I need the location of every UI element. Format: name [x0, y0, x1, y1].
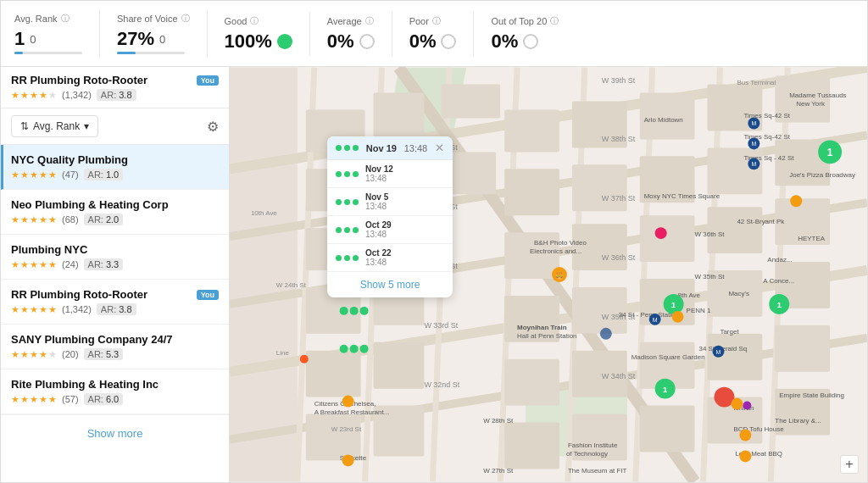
sov-info-icon[interactable]: ⓘ	[181, 13, 190, 25]
metrics-bar: Avg. Rank ⓘ 1 0 Share of Voice ⓘ 27% 0	[1, 1, 867, 67]
popup-time-1: 13:48	[365, 174, 444, 183]
svg-rect-30	[306, 414, 361, 461]
pinned-business: RR Plumbing Roto-Rooter You ★ ★ ★ ★ ★ (1…	[1, 67, 229, 108]
svg-text:W 28th St: W 28th St	[483, 417, 514, 425]
main-content: RR Plumbing Roto-Rooter You ★ ★ ★ ★ ★ (1…	[1, 67, 867, 482]
sov-bar-track	[117, 52, 185, 54]
business-name: SANY Plumbing Company 24/7	[11, 333, 172, 346]
svg-point-143	[739, 450, 751, 462]
map-area[interactable]: W 39th St W 38th St W 37th St W 36th St …	[230, 67, 867, 482]
svg-text:1: 1	[663, 385, 668, 394]
settings-icon[interactable]: ⚙	[207, 119, 219, 135]
sov-bar-fill	[117, 52, 136, 54]
svg-text:Empire State Building: Empire State Building	[779, 391, 844, 399]
svg-point-144	[790, 195, 802, 207]
svg-point-148	[743, 402, 751, 410]
svg-point-162	[360, 307, 369, 315]
business-list-item[interactable]: Rite Plumbing & Heating Inc ★★★★★ (57) A…	[1, 369, 229, 414]
pinned-you-badge: You	[197, 75, 219, 86]
top20-circle	[523, 34, 538, 49]
date-popup: Nov 19 13:48 ✕ Nov 12 13:48	[327, 136, 453, 297]
business-name: Plumbing NYC	[11, 243, 87, 256]
sidebar: RR Plumbing Roto-Rooter You ★ ★ ★ ★ ★ (1…	[1, 67, 230, 482]
avg-rank-sort-button[interactable]: ⇅ Avg. Rank ▾	[11, 115, 98, 137]
business-name: Neo Plumbing & Heating Corp	[11, 198, 169, 211]
business-reviews: (57)	[62, 394, 79, 404]
popup-row-4[interactable]: Oct 22 13:48	[327, 244, 453, 272]
map-background: W 39th St W 38th St W 37th St W 36th St …	[230, 67, 867, 482]
svg-text:W 24th St: W 24th St	[276, 281, 307, 289]
business-stars: ★★★★★	[11, 394, 57, 405]
business-list-item[interactable]: Plumbing NYC ★★★★★ (24) AR: 3.3	[1, 235, 229, 280]
svg-text:Arlo Midtown: Arlo Midtown	[644, 116, 683, 124]
show-more-map-button[interactable]: Show 5 more	[327, 272, 453, 297]
svg-point-163	[340, 345, 348, 353]
top20-info-icon[interactable]: ⓘ	[550, 15, 559, 27]
svg-text:New York: New York	[796, 100, 825, 108]
svg-text:Moxy NYC Times Square: Moxy NYC Times Square	[644, 192, 721, 200]
zoom-in-button[interactable]: +	[840, 455, 859, 474]
poor-info-icon[interactable]: ⓘ	[432, 15, 441, 27]
pinned-ar-value: 3.8	[119, 90, 131, 100]
svg-text:Fashion Institute: Fashion Institute	[568, 441, 618, 449]
svg-rect-28	[306, 351, 361, 397]
good-info-icon[interactable]: ⓘ	[250, 15, 259, 27]
average-info-icon[interactable]: ⓘ	[365, 15, 374, 27]
popup-row-0[interactable]: Nov 19 13:48 ✕	[327, 136, 453, 160]
popup-row-2[interactable]: Nov 5 13:48	[327, 188, 453, 216]
business-stars: ★★★★★	[11, 169, 57, 180]
popup-date-1: Nov 12	[365, 164, 444, 174]
business-list-item[interactable]: Neo Plumbing & Heating Corp ★★★★★ (68) A…	[1, 190, 229, 235]
popup-time-2: 13:48	[365, 202, 444, 211]
svg-point-139	[672, 311, 684, 323]
business-list-item[interactable]: RR Plumbing Roto-Rooter You ★★★★★ (1,342…	[1, 280, 229, 325]
svg-point-147	[300, 355, 309, 364]
business-stars: ★★★★★	[11, 349, 57, 360]
sort-chevron-icon: ▾	[84, 120, 89, 132]
top20-label: Out of Top 20	[491, 16, 547, 26]
svg-text:Moynihan Train: Moynihan Train	[517, 324, 567, 331]
poor-label: Poor	[409, 16, 429, 26]
svg-text:A Conce...: A Conce...	[763, 277, 794, 285]
business-list-item[interactable]: SANY Plumbing Company 24/7 ★★★★★ (20) AR…	[1, 325, 229, 369]
popup-row-3[interactable]: Oct 29 13:48	[327, 216, 453, 244]
svg-text:Electronics and...: Electronics and...	[530, 247, 581, 255]
business-list: NYC Quality Plumbing ★★★★★ (47) AR: 1.0 …	[1, 145, 229, 414]
avg-rank-info-icon[interactable]: ⓘ	[61, 13, 70, 25]
pinned-stars: ★ ★ ★ ★ ★	[11, 90, 57, 101]
svg-text:of Technology: of Technology	[566, 450, 608, 458]
avg-rank-label: Avg. Rank	[14, 14, 58, 24]
svg-rect-38	[572, 164, 627, 211]
poor-circle	[441, 34, 456, 49]
svg-text:W 37th St: W 37th St	[602, 194, 636, 203]
avg-rank-bar-track	[14, 52, 82, 54]
svg-text:Target: Target	[720, 328, 739, 336]
popup-date-0: Nov 19	[366, 143, 397, 153]
business-reviews: (47)	[62, 169, 79, 180]
good-circle	[277, 34, 292, 49]
svg-text:W 38th St: W 38th St	[602, 135, 636, 143]
svg-text:The Museum at FIT: The Museum at FIT	[568, 467, 627, 475]
business-reviews: (20)	[62, 349, 79, 359]
svg-text:The Library &...: The Library &...	[775, 417, 821, 425]
svg-text:W 39th St: W 39th St	[602, 76, 636, 85]
popup-time-0: 13:48	[404, 143, 428, 153]
svg-point-160	[340, 307, 348, 315]
business-name: NYC Quality Plumbing	[11, 153, 128, 166]
sidebar-toolbar: ⇅ Avg. Rank ▾ ⚙	[1, 108, 229, 145]
popup-time-3: 13:48	[365, 230, 444, 239]
svg-point-146	[342, 454, 354, 466]
average-circle	[359, 34, 375, 49]
popup-row-1[interactable]: Nov 12 13:48	[327, 160, 453, 188]
svg-point-165	[360, 345, 369, 353]
show-more-button[interactable]: Show more	[1, 414, 229, 452]
business-stars: ★★★★★	[11, 304, 57, 315]
business-list-item[interactable]: NYC Quality Plumbing ★★★★★ (47) AR: 1.0	[1, 145, 229, 190]
metric-good: Good ⓘ 100%	[225, 12, 310, 56]
close-icon[interactable]: ✕	[435, 142, 444, 154]
svg-text:Madame Tussauds: Madame Tussauds	[789, 92, 846, 99]
svg-text:🍔: 🍔	[555, 271, 564, 280]
svg-rect-52	[504, 359, 559, 406]
svg-rect-1	[230, 68, 298, 482]
svg-text:Madison Square Garden: Madison Square Garden	[632, 353, 705, 361]
